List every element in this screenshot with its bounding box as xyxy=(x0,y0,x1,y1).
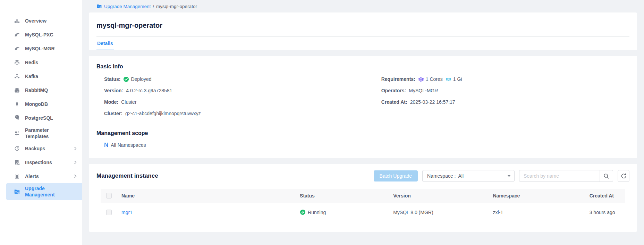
status-label: Status: xyxy=(104,76,120,82)
requirements-label: Requirements: xyxy=(381,76,415,82)
running-status-icon xyxy=(300,209,306,215)
created-at-value: 2025-03-22 16:57:17 xyxy=(410,99,455,105)
memory-icon xyxy=(446,76,451,82)
instance-namespace: zxl-1 xyxy=(489,210,585,215)
sidebar-item-inspections[interactable]: Inspections xyxy=(0,155,82,169)
basic-info-card: Basic Info Status: Deployed Version: 4.0… xyxy=(89,56,637,158)
backups-icon xyxy=(14,145,20,152)
table-header-row: Name Status Version Namespace Created At xyxy=(101,189,625,203)
sidebar-item-mongodb[interactable]: MongoDB xyxy=(0,97,82,111)
row-checkbox[interactable] xyxy=(106,210,112,215)
sidebar-item-label: Backups xyxy=(25,145,45,152)
upgrade-management-icon xyxy=(96,3,102,9)
search-box xyxy=(519,170,613,182)
namespace-filter-select[interactable]: Namespace : All xyxy=(422,170,515,182)
instance-version: MySQL 8.0 (MGR) xyxy=(389,210,489,215)
operators-label: Operators: xyxy=(381,88,406,93)
management-instance-heading: Management instance xyxy=(96,172,158,179)
sidebar-item-label: Upgrade Management xyxy=(25,185,66,198)
requirements-row: Requirements: 1 Cores 1 Gi xyxy=(374,75,629,83)
sidebar-item-label: Redis xyxy=(25,59,38,66)
sidebar-item-mysql-mgr[interactable]: MySQL-MGR xyxy=(0,42,82,56)
page-title: mysql-mgr-operator xyxy=(96,12,629,37)
sidebar-item-label: Kafka xyxy=(25,73,38,79)
sidebar-item-label: Inspections xyxy=(25,159,52,166)
sidebar-item-label: Alerts xyxy=(25,173,39,179)
sidebar-item-postgresql[interactable]: PostgreSQL xyxy=(0,111,82,125)
operators-row: Operators: MySQL-MGR xyxy=(374,87,629,94)
sidebar-item-label: MongoDB xyxy=(25,101,48,107)
cluster-value: g2-c1-abcdefghijklmnopqrstuvwxyz xyxy=(125,111,201,116)
instance-name-link[interactable]: mgr1 xyxy=(121,210,133,215)
requirements-cpu-value: 1 Cores xyxy=(426,76,443,82)
sidebar-item-upgrade-management[interactable]: Upgrade Management xyxy=(6,183,82,200)
breadcrumb-current: mysql-mgr-operator xyxy=(156,4,197,9)
version-value: 4.0.2-rc.3.g9a728581 xyxy=(126,88,172,93)
select-all-checkbox[interactable] xyxy=(106,193,112,198)
sidebar-item-label: Overview xyxy=(25,18,46,24)
basic-info-right-column: Requirements: 1 Cores 1 Gi Operators: xyxy=(374,75,629,121)
chevron-down-icon xyxy=(507,175,511,177)
search-input[interactable] xyxy=(519,173,600,179)
inspections-icon xyxy=(14,159,20,166)
tab-details[interactable]: Details xyxy=(96,37,114,50)
status-row: Status: Deployed xyxy=(96,75,374,83)
tab-bar: Details xyxy=(96,37,629,50)
cluster-label: Cluster: xyxy=(104,111,122,116)
chevron-right-icon xyxy=(73,146,77,151)
refresh-button[interactable] xyxy=(618,170,629,182)
instance-controls: Batch Upgrade Namespace : All xyxy=(374,170,629,182)
parameter-templates-icon xyxy=(14,130,20,136)
mysql-icon xyxy=(14,32,20,38)
batch-upgrade-button[interactable]: Batch Upgrade xyxy=(374,170,418,181)
alerts-icon xyxy=(14,173,20,179)
cluster-row: Cluster: g2-c1-abcdefghijklmnopqrstuvwxy… xyxy=(96,110,374,117)
created-at-row: Created At: 2025-03-22 16:57:17 xyxy=(374,98,629,106)
kafka-icon xyxy=(14,73,20,79)
sidebar-item-kafka[interactable]: Kafka xyxy=(0,69,82,83)
overview-icon xyxy=(14,18,20,24)
column-header-status: Status xyxy=(296,193,389,198)
version-label: Version: xyxy=(104,88,123,93)
sidebar-item-backups[interactable]: Backups xyxy=(0,142,82,155)
namespace-filter-value: All xyxy=(458,173,464,179)
management-instance-card: Management instance Batch Upgrade Namesp… xyxy=(89,164,637,232)
sidebar-item-label: Parameter Templates xyxy=(25,127,66,140)
mode-value: Cluster xyxy=(121,99,136,105)
breadcrumb-root-link[interactable]: Upgrade Management xyxy=(104,4,151,9)
column-header-name: Name xyxy=(117,193,296,198)
sidebar-item-label: MySQL-MGR xyxy=(25,45,55,52)
sidebar-item-label: PostgreSQL xyxy=(25,115,53,121)
column-header-created-at: Created At xyxy=(585,193,625,198)
column-header-version: Version xyxy=(389,193,489,198)
mysql-icon xyxy=(14,45,20,52)
redis-icon xyxy=(14,59,20,66)
sidebar-item-parameter-templates[interactable]: Parameter Templates xyxy=(0,125,82,142)
sidebar-item-alerts[interactable]: Alerts xyxy=(0,169,82,183)
chevron-right-icon xyxy=(73,174,77,178)
basic-info-grid: Status: Deployed Version: 4.0.2-rc.3.g9a… xyxy=(96,75,629,121)
upgrade-management-icon xyxy=(14,188,20,195)
sidebar-item-mysql-pxc[interactable]: MySQL-PXC xyxy=(0,28,82,42)
namespace-filter-label: Namespace : xyxy=(427,173,456,179)
management-scope-value: All Namespaces xyxy=(111,142,146,148)
sidebar-item-label: RabbitMQ xyxy=(25,87,48,93)
sidebar-item-overview[interactable]: Overview xyxy=(0,14,82,28)
breadcrumb-separator: / xyxy=(153,4,154,9)
requirements-memory-value: 1 Gi xyxy=(453,76,462,82)
version-row: Version: 4.0.2-rc.3.g9a728581 xyxy=(96,87,374,94)
rabbitmq-icon xyxy=(14,87,20,93)
basic-info-left-column: Status: Deployed Version: 4.0.2-rc.3.g9a… xyxy=(96,75,374,121)
table-row: mgr1 Running MySQL 8.0 (MGR) zxl-1 3 hou… xyxy=(101,203,625,222)
instances-table: Name Status Version Namespace Created At… xyxy=(101,189,625,222)
status-value: Deployed xyxy=(131,76,151,82)
sidebar-item-redis[interactable]: Redis xyxy=(0,56,82,69)
search-icon[interactable] xyxy=(600,170,613,181)
instance-status: Running xyxy=(308,210,326,215)
mongodb-icon xyxy=(14,101,20,107)
sidebar-item-rabbitmq[interactable]: RabbitMQ xyxy=(0,83,82,97)
sidebar: Overview MySQL-PXC MySQL-MGR Redis Kafka… xyxy=(0,0,82,245)
column-header-namespace: Namespace xyxy=(489,193,585,198)
namespace-letter-icon: N xyxy=(104,142,108,148)
deployed-check-icon xyxy=(123,76,129,82)
